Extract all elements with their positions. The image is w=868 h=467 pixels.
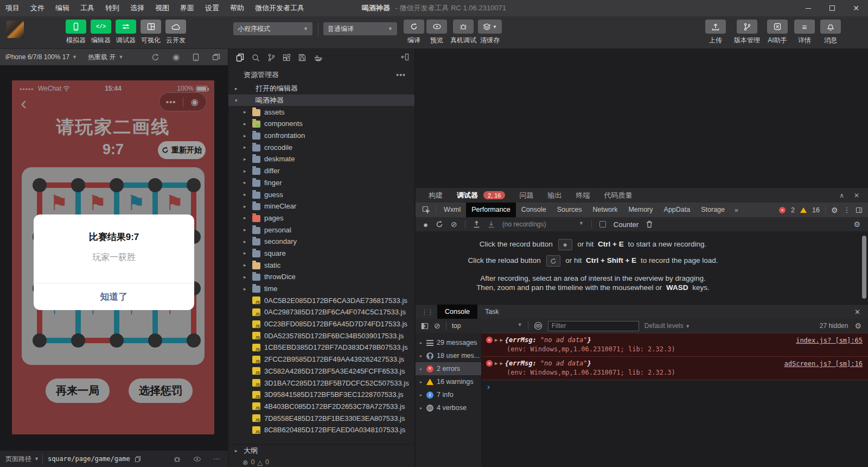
console-filter-row[interactable]: ▸ 2 errors	[416, 362, 481, 375]
collapse-up-icon[interactable]: ∧	[839, 192, 844, 199]
remote-debug-button[interactable]: 真机调试	[448, 20, 479, 45]
editor-toggle-button[interactable]: </> 编辑器	[87, 20, 114, 45]
ai-assistant-button[interactable]: AI助手	[762, 20, 793, 45]
compile-mode-select[interactable]: 普通编译▼	[323, 22, 397, 35]
device-frame-icon[interactable]	[193, 53, 199, 61]
details-button[interactable]: ≡ 详情	[791, 20, 818, 45]
tree-row[interactable]: ▸ square	[228, 248, 414, 260]
menu-item[interactable]: 项目	[0, 0, 25, 16]
overflow-tabs-icon[interactable]: »	[730, 206, 743, 214]
menu-item[interactable]: 转到	[100, 0, 125, 16]
tree-row[interactable]: 3D1BA7C285D172BF5B7DCFC52C507533.js	[228, 377, 414, 389]
devtools-tab[interactable]: Sources	[552, 203, 588, 217]
copy-icon[interactable]	[135, 456, 141, 463]
maximize-icon[interactable]	[820, 0, 844, 16]
tree-row[interactable]: 1CB5EBD385D172BF7AD383D478B07533.js	[228, 342, 414, 354]
tree-row[interactable]: ▸ assets	[228, 106, 414, 118]
capture-settings-gear-icon[interactable]: ⚙	[853, 220, 868, 229]
scrollbar-thumb[interactable]	[862, 236, 866, 299]
console-filter-row[interactable]: ▸ 7 info	[416, 388, 481, 401]
minimize-icon[interactable]: ─	[796, 0, 820, 16]
devtools-tab[interactable]: Memory	[623, 203, 658, 217]
menu-item[interactable]: 视图	[150, 0, 175, 16]
tree-row[interactable]: 7D8558E485D172BF1BE330E3EA807533.js	[228, 412, 414, 424]
console-settings-gear-icon[interactable]: ⚙	[854, 321, 861, 330]
tree-row[interactable]: ▸ confrontation	[228, 130, 414, 142]
reload-button-hint-icon[interactable]	[546, 255, 560, 267]
log-levels-select[interactable]: Default levels ▼	[644, 322, 690, 330]
vconsole-bug-icon[interactable]	[173, 456, 181, 463]
record-icon[interactable]: ●	[423, 220, 428, 229]
tree-row[interactable]: ▸ differ	[228, 165, 414, 177]
tree-row[interactable]: ▾ 喝酒神器	[228, 94, 414, 106]
menu-item[interactable]: 文件	[25, 0, 50, 16]
tree-row[interactable]: 4B403BC085D172BF2D2653C78A727533.js	[228, 401, 414, 413]
menu-item[interactable]: 帮助	[225, 0, 250, 16]
close-icon[interactable]: ✕	[854, 308, 868, 316]
drag-handle-icon[interactable]: ⋮⋮	[416, 308, 437, 316]
context-select[interactable]: top▼	[452, 322, 522, 330]
console-filter-row[interactable]: ▸ 4 verbose	[416, 401, 481, 414]
outline-section[interactable]: ▸ 大纲	[228, 444, 414, 456]
cloud-dev-button[interactable]: 云开发	[162, 20, 189, 45]
tree-row[interactable]: ▸ mineClear	[228, 200, 414, 212]
preview-button[interactable]: 预览	[423, 20, 450, 45]
sidebar-toggle-icon[interactable]	[421, 323, 429, 330]
dock-side-icon[interactable]	[856, 207, 863, 213]
hot-reload-toggle[interactable]: 热重载 开▼	[82, 53, 129, 62]
tree-row[interactable]: 3C582A4285D172BF5A3E4245FCFF6533.js	[228, 365, 414, 377]
tab-debugger[interactable]: 调试器	[457, 191, 478, 200]
menu-item[interactable]: 工具	[75, 0, 100, 16]
expand-triangle-icon[interactable]: ▶	[500, 361, 502, 366]
rotate-icon[interactable]	[151, 53, 159, 61]
record-screen-icon[interactable]: ◉	[173, 52, 180, 62]
devtools-tab[interactable]: AppData	[659, 203, 696, 217]
tree-row[interactable]: 2FCC2B9585D172BF49AA439262427533.js	[228, 354, 414, 365]
clear-cache-button[interactable]: ▼ 清缓存	[475, 20, 505, 45]
tree-row[interactable]: ▸ deskmate	[228, 153, 414, 165]
console-error-message[interactable]: × ▶ ▶ {errMsg: "no ad data"} adScreen.js…	[482, 357, 868, 380]
tree-row[interactable]: 3D95841585D172BF5BF3EC1228707533.js	[228, 389, 414, 401]
visualizer-toggle-button[interactable]: 可视化	[137, 20, 164, 45]
menu-item[interactable]: 编辑	[50, 0, 75, 16]
console-filter-row[interactable]: ▸ 16 warnings	[416, 375, 481, 388]
menu-item[interactable]: 界面	[175, 0, 200, 16]
expand-triangle-icon[interactable]: ▶	[500, 337, 502, 343]
debugger-toggle-button[interactable]: 调试器	[112, 20, 139, 45]
tree-row[interactable]: 8C8B620485D172BFEAED0A0348107533.js	[228, 424, 414, 436]
tree-row[interactable]: 0C23BFD085D172BF6A45D7D74FD17533.js	[228, 318, 414, 330]
source-link[interactable]: index.js? [sm]:65	[796, 337, 863, 344]
tab-issues[interactable]: 问题	[519, 191, 533, 200]
tab-task[interactable]: Task	[477, 305, 507, 319]
tree-row[interactable]: ▸ pages	[228, 212, 414, 224]
tab-terminal[interactable]: 终端	[576, 191, 590, 200]
files-icon[interactable]	[236, 53, 244, 62]
console-filter-row[interactable]: ▸ 18 user mes...	[416, 349, 481, 362]
close-icon[interactable]: ✕	[844, 0, 868, 16]
clear-console-icon[interactable]: ⊘	[434, 321, 441, 330]
devtools-tab[interactable]: Performance	[466, 203, 516, 217]
messages-button[interactable]: 消息	[817, 20, 844, 45]
version-control-button[interactable]: 版本管理	[730, 20, 764, 45]
modal-confirm-button[interactable]: 知道了	[34, 283, 194, 310]
tree-row[interactable]: ▸ crocodile	[228, 141, 414, 153]
console-filter-row[interactable]: ▸ 29 messages	[416, 336, 481, 349]
console-error-message[interactable]: × ▶ ▶ {errMsg: "no ad data"} index.js? […	[482, 333, 868, 357]
search-icon[interactable]	[252, 54, 260, 62]
trash-icon[interactable]	[646, 220, 653, 228]
clear-icon[interactable]: ⊘	[451, 220, 457, 229]
reload-record-icon[interactable]	[436, 220, 443, 228]
devtools-tab[interactable]: Storage	[695, 203, 730, 217]
menu-item[interactable]: 设置	[200, 0, 225, 16]
multi-window-icon[interactable]	[212, 53, 220, 61]
save-icon[interactable]	[298, 54, 306, 61]
simulator-toggle-button[interactable]: 模拟器	[62, 20, 90, 45]
kebab-menu-icon[interactable]: ⋮	[844, 206, 851, 214]
device-select[interactable]: iPhone 6/7/8 100% 17▼	[0, 53, 82, 61]
menu-item[interactable]: 选择	[125, 0, 150, 16]
expand-triangle-icon[interactable]: ▶	[495, 361, 497, 366]
avatar[interactable]	[7, 21, 24, 38]
tree-row[interactable]: ▸ static	[228, 259, 414, 271]
settings-gear-icon[interactable]: ⚙	[831, 206, 838, 214]
upload-button[interactable]: 上传	[702, 20, 729, 45]
